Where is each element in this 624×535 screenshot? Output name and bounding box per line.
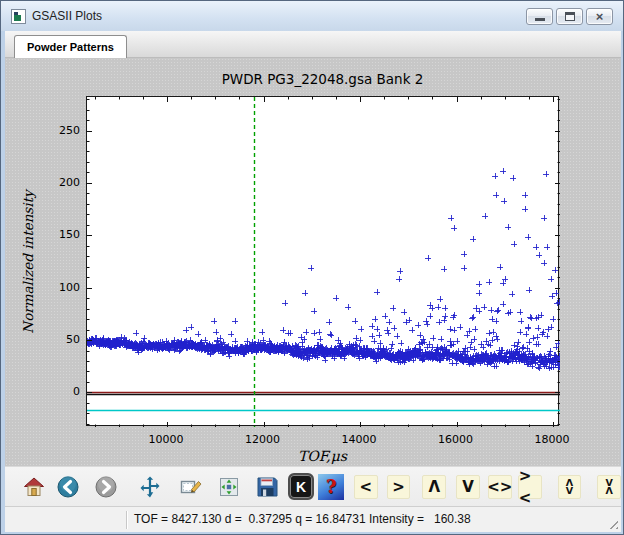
status-bar: TOF = 8427.130 d = 0.37295 q = 16.84731 … [5,506,621,532]
back-button[interactable] [56,474,82,500]
forward-button[interactable] [93,474,119,500]
zoom-rect-button[interactable] [179,474,205,500]
y-tick-label: 100 [42,281,80,294]
y-tick-label: 250 [42,124,80,137]
app-icon [11,9,26,24]
plot-axes[interactable] [86,96,559,426]
tab-strip: Powder Patterns [5,31,621,58]
window-title: GSASII Plots [32,9,102,23]
pan-button[interactable] [137,474,163,500]
help-button[interactable]: ? [318,474,344,500]
zoom-rect-icon [179,475,203,499]
configure-subplots-button[interactable] [216,474,242,500]
maximize-icon [565,12,575,21]
compress-x-button[interactable]: >< [518,475,542,499]
save-button[interactable] [254,474,280,500]
y-tick-label: 150 [42,228,80,241]
close-button[interactable]: × [586,8,613,25]
x-tick-label: 10000 [141,433,191,446]
shift-right-button[interactable]: > [387,475,411,499]
status-field-separator [126,511,127,529]
subplots-icon [217,475,241,499]
shift-left-button[interactable]: < [354,475,378,499]
maximize-button[interactable] [556,8,583,25]
close-icon: × [596,10,604,23]
home-icon [22,475,46,499]
tab-label: Powder Patterns [27,41,114,53]
plot-figure: PWDR PG3_22048.gsa Bank 2 10000120001400… [5,58,621,466]
title-bar[interactable]: GSASII Plots × [1,1,624,31]
status-readout: TOF = 8427.130 d = 0.37295 q = 16.84731 … [134,512,471,526]
tab-powder-patterns[interactable]: Powder Patterns [14,35,127,58]
y-tick-label: 50 [42,333,80,346]
expand-x-button[interactable]: <> [488,475,512,499]
resize-grip[interactable] [606,517,618,529]
scatter-plot-canvas[interactable] [87,97,560,427]
x-tick-label: 16000 [431,433,481,446]
x-tick-label: 12000 [238,433,288,446]
minimize-button[interactable] [526,8,553,25]
key-press-help-button[interactable]: K [288,473,315,500]
shift-down-button[interactable]: V [456,475,480,499]
expand-y-button[interactable]: ΛV [558,475,582,499]
back-icon [56,475,80,499]
minimize-icon [535,18,545,21]
compress-y-button[interactable]: VΛ [597,475,621,499]
shift-up-button[interactable]: Λ [422,475,446,499]
chart-title: PWDR PG3_22048.gsa Bank 2 [86,71,559,87]
x-tick-label: 18000 [527,433,577,446]
home-button[interactable] [21,474,47,500]
x-tick-label: 14000 [334,433,384,446]
x-axis-label: TOF,μs [86,448,559,464]
gsasii-plots-window: GSASII Plots × Powder Patterns PWDR PG3_… [0,0,624,535]
forward-icon [94,475,118,499]
save-icon [255,475,279,499]
y-axis-label: Normalized intensity [20,182,36,342]
y-tick-label: 200 [42,176,80,189]
pan-icon [138,475,162,499]
y-tick-label: 0 [42,385,80,398]
plot-toolbar: K?<>ΛV<>><ΛVVΛ [5,466,621,506]
